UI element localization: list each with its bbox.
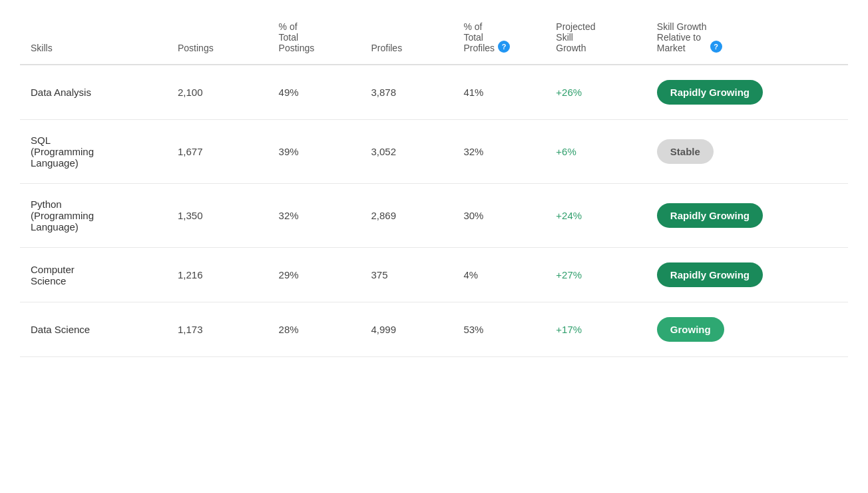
cell-skill-2: Python(ProgrammingLanguage): [20, 184, 167, 248]
cell-pct-profiles-4: 53%: [453, 302, 545, 357]
cell-growth-4: +17%: [545, 302, 646, 357]
badge-rapidly-growing-2: Rapidly Growing: [657, 203, 763, 228]
cell-growth-3: +27%: [545, 248, 646, 302]
cell-badge-3: Rapidly Growing: [646, 248, 848, 302]
table-row: Python(ProgrammingLanguage) 1,350 32% 2,…: [20, 184, 848, 248]
header-pct-total-postings: % ofTotalPostings: [268, 13, 361, 65]
cell-badge-4: Growing: [646, 302, 848, 357]
badge-growing-4: Growing: [657, 317, 724, 342]
cell-profiles-0: 3,878: [360, 65, 453, 120]
table-container: Skills Postings % ofTotalPostings Profil…: [0, 0, 868, 493]
header-postings: Postings: [167, 13, 268, 65]
cell-growth-0: +26%: [545, 65, 646, 120]
header-pct-total-profiles: % ofTotalProfiles ?: [453, 13, 545, 65]
pct-profiles-help-icon[interactable]: ?: [498, 41, 510, 53]
cell-postings-3: 1,216: [167, 248, 268, 302]
skill-growth-help-icon[interactable]: ?: [710, 41, 722, 53]
table-body: Data Analysis 2,100 49% 3,878 41% +26% R…: [20, 65, 848, 357]
header-profiles: Profiles: [360, 13, 453, 65]
cell-profiles-2: 2,869: [360, 184, 453, 248]
cell-pct-postings-2: 32%: [268, 184, 361, 248]
cell-postings-4: 1,173: [167, 302, 268, 357]
cell-badge-0: Rapidly Growing: [646, 65, 848, 120]
cell-postings-2: 1,350: [167, 184, 268, 248]
cell-pct-profiles-0: 41%: [453, 65, 545, 120]
table-row: Data Science 1,173 28% 4,999 53% +17% Gr…: [20, 302, 848, 357]
cell-skill-0: Data Analysis: [20, 65, 167, 120]
cell-growth-2: +24%: [545, 184, 646, 248]
cell-profiles-4: 4,999: [360, 302, 453, 357]
cell-pct-postings-0: 49%: [268, 65, 361, 120]
cell-skill-1: SQL(ProgrammingLanguage): [20, 120, 167, 184]
cell-profiles-3: 375: [360, 248, 453, 302]
cell-badge-1: Stable: [646, 120, 848, 184]
badge-rapidly-growing-0: Rapidly Growing: [657, 80, 763, 105]
badge-rapidly-growing-3: Rapidly Growing: [657, 262, 763, 287]
cell-growth-1: +6%: [545, 120, 646, 184]
cell-postings-0: 2,100: [167, 65, 268, 120]
table-header-row: Skills Postings % ofTotalPostings Profil…: [20, 13, 848, 65]
table-row: Data Analysis 2,100 49% 3,878 41% +26% R…: [20, 65, 848, 120]
badge-stable-1: Stable: [657, 139, 714, 164]
cell-pct-profiles-3: 4%: [453, 248, 545, 302]
cell-skill-3: ComputerScience: [20, 248, 167, 302]
cell-badge-2: Rapidly Growing: [646, 184, 848, 248]
header-skills: Skills: [20, 13, 167, 65]
cell-pct-profiles-1: 32%: [453, 120, 545, 184]
cell-profiles-1: 3,052: [360, 120, 453, 184]
header-skill-growth-relative: Skill GrowthRelative toMarket ?: [646, 13, 848, 65]
cell-pct-postings-3: 29%: [268, 248, 361, 302]
cell-postings-1: 1,677: [167, 120, 268, 184]
skills-table: Skills Postings % ofTotalPostings Profil…: [20, 13, 848, 357]
table-row: ComputerScience 1,216 29% 375 4% +27% Ra…: [20, 248, 848, 302]
cell-pct-postings-1: 39%: [268, 120, 361, 184]
table-row: SQL(ProgrammingLanguage) 1,677 39% 3,052…: [20, 120, 848, 184]
cell-skill-4: Data Science: [20, 302, 167, 357]
cell-pct-postings-4: 28%: [268, 302, 361, 357]
cell-pct-profiles-2: 30%: [453, 184, 545, 248]
header-projected-skill-growth: ProjectedSkillGrowth: [545, 13, 646, 65]
